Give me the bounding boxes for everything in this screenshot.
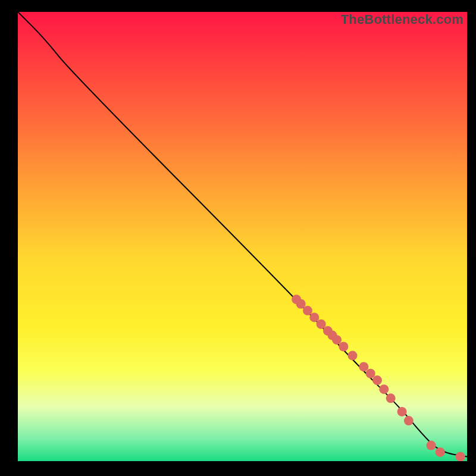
data-point: [436, 447, 445, 457]
data-point: [372, 375, 382, 385]
chart-svg: [18, 12, 467, 461]
data-point: [303, 306, 312, 315]
curve-line: [18, 12, 467, 456]
data-point: [404, 416, 414, 425]
data-point: [359, 362, 368, 371]
data-point: [296, 299, 306, 309]
points-group: [292, 295, 465, 461]
data-point: [317, 320, 326, 329]
data-point: [332, 335, 342, 345]
data-point: [397, 407, 407, 416]
data-point: [309, 312, 319, 322]
data-point: [366, 369, 375, 378]
chart-frame: TheBottleneck.com: [0, 0, 476, 476]
data-point: [386, 393, 396, 403]
plot-area: TheBottleneck.com: [18, 12, 467, 461]
data-point: [339, 342, 348, 351]
data-point: [427, 441, 436, 450]
data-point: [379, 384, 389, 394]
data-point: [347, 351, 357, 361]
data-point: [456, 452, 465, 461]
